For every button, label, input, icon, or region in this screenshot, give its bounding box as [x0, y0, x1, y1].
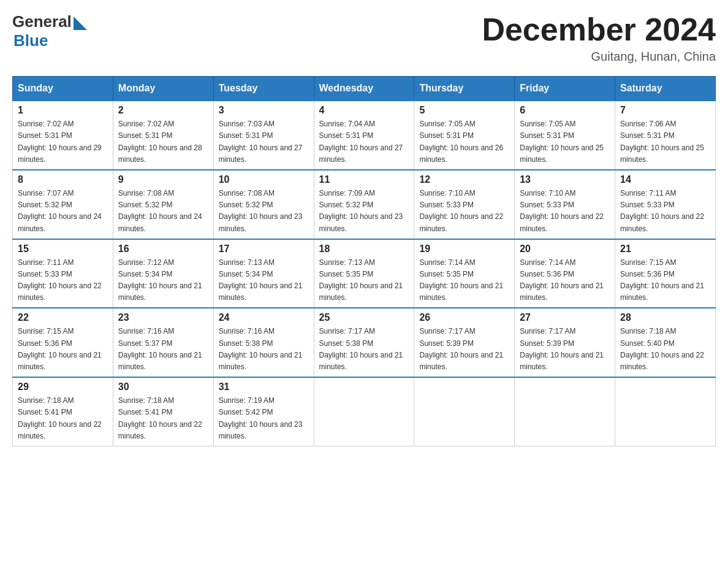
day-info: Sunrise: 7:07 AMSunset: 5:32 PMDaylight:…	[18, 188, 108, 235]
calendar-cell: 14Sunrise: 7:11 AMSunset: 5:33 PMDayligh…	[615, 170, 716, 239]
day-info: Sunrise: 7:13 AMSunset: 5:35 PMDaylight:…	[319, 257, 409, 304]
day-info: Sunrise: 7:14 AMSunset: 5:36 PMDaylight:…	[520, 257, 610, 304]
day-number: 6	[520, 105, 610, 116]
day-number: 4	[319, 105, 409, 116]
calendar-week-3: 15Sunrise: 7:11 AMSunset: 5:33 PMDayligh…	[13, 239, 716, 308]
day-info: Sunrise: 7:15 AMSunset: 5:36 PMDaylight:…	[620, 257, 710, 304]
day-number: 22	[18, 312, 108, 323]
day-number: 7	[620, 105, 710, 116]
logo-triangle-icon	[74, 17, 87, 30]
day-number: 27	[520, 312, 610, 323]
calendar-cell: 21Sunrise: 7:15 AMSunset: 5:36 PMDayligh…	[615, 239, 716, 308]
calendar-cell: 10Sunrise: 7:08 AMSunset: 5:32 PMDayligh…	[213, 170, 314, 239]
calendar-cell: 8Sunrise: 7:07 AMSunset: 5:32 PMDaylight…	[13, 170, 113, 239]
day-info: Sunrise: 7:03 AMSunset: 5:31 PMDaylight:…	[219, 118, 309, 166]
day-info: Sunrise: 7:13 AMSunset: 5:34 PMDaylight:…	[219, 257, 309, 304]
day-info: Sunrise: 7:08 AMSunset: 5:32 PMDaylight:…	[118, 188, 208, 235]
day-number: 13	[520, 174, 610, 185]
calendar-week-4: 22Sunrise: 7:15 AMSunset: 5:36 PMDayligh…	[13, 308, 716, 377]
calendar-cell: 6Sunrise: 7:05 AMSunset: 5:31 PMDaylight…	[515, 101, 615, 170]
day-header-saturday: Saturday	[615, 77, 716, 101]
day-number: 30	[118, 381, 208, 393]
day-number: 23	[118, 312, 208, 323]
calendar-cell: 19Sunrise: 7:14 AMSunset: 5:35 PMDayligh…	[414, 239, 515, 308]
calendar-cell: 29Sunrise: 7:18 AMSunset: 5:41 PMDayligh…	[13, 377, 113, 446]
day-info: Sunrise: 7:06 AMSunset: 5:31 PMDaylight:…	[620, 118, 710, 166]
month-title: December 2024	[482, 12, 716, 47]
day-info: Sunrise: 7:18 AMSunset: 5:40 PMDaylight:…	[620, 326, 710, 373]
day-number: 9	[118, 174, 208, 185]
calendar-cell: 30Sunrise: 7:18 AMSunset: 5:41 PMDayligh…	[113, 377, 213, 446]
calendar-cell: 1Sunrise: 7:02 AMSunset: 5:31 PMDaylight…	[13, 101, 113, 170]
day-info: Sunrise: 7:19 AMSunset: 5:42 PMDaylight:…	[219, 395, 309, 442]
calendar-cell: 7Sunrise: 7:06 AMSunset: 5:31 PMDaylight…	[615, 101, 716, 170]
calendar-cell: 20Sunrise: 7:14 AMSunset: 5:36 PMDayligh…	[515, 239, 615, 308]
calendar-cell: 18Sunrise: 7:13 AMSunset: 5:35 PMDayligh…	[314, 239, 414, 308]
day-info: Sunrise: 7:16 AMSunset: 5:38 PMDaylight:…	[219, 326, 309, 373]
logo-general-text: General	[12, 12, 72, 31]
calendar-cell: 28Sunrise: 7:18 AMSunset: 5:40 PMDayligh…	[615, 308, 716, 377]
day-info: Sunrise: 7:18 AMSunset: 5:41 PMDaylight:…	[18, 395, 108, 442]
day-info: Sunrise: 7:10 AMSunset: 5:33 PMDaylight:…	[520, 188, 610, 235]
day-number: 18	[319, 243, 409, 255]
day-info: Sunrise: 7:14 AMSunset: 5:35 PMDaylight:…	[419, 257, 509, 304]
calendar-cell: 16Sunrise: 7:12 AMSunset: 5:34 PMDayligh…	[113, 239, 213, 308]
day-info: Sunrise: 7:17 AMSunset: 5:39 PMDaylight:…	[419, 326, 509, 373]
calendar-cell: 11Sunrise: 7:09 AMSunset: 5:32 PMDayligh…	[314, 170, 414, 239]
day-info: Sunrise: 7:05 AMSunset: 5:31 PMDaylight:…	[419, 118, 509, 166]
day-info: Sunrise: 7:17 AMSunset: 5:39 PMDaylight:…	[520, 326, 610, 373]
day-info: Sunrise: 7:12 AMSunset: 5:34 PMDaylight:…	[118, 257, 208, 304]
day-number: 1	[18, 105, 108, 116]
calendar-cell: 15Sunrise: 7:11 AMSunset: 5:33 PMDayligh…	[13, 239, 113, 308]
day-number: 17	[219, 243, 309, 255]
day-number: 5	[419, 105, 509, 116]
calendar-cell	[414, 377, 515, 446]
day-header-tuesday: Tuesday	[213, 77, 314, 101]
location-subtitle: Guitang, Hunan, China	[482, 50, 716, 64]
day-info: Sunrise: 7:18 AMSunset: 5:41 PMDaylight:…	[118, 395, 208, 442]
day-number: 19	[419, 243, 509, 255]
calendar-cell: 26Sunrise: 7:17 AMSunset: 5:39 PMDayligh…	[414, 308, 515, 377]
day-info: Sunrise: 7:11 AMSunset: 5:33 PMDaylight:…	[620, 188, 710, 235]
calendar-cell	[515, 377, 615, 446]
logo: General Blue	[12, 12, 87, 50]
day-number: 20	[520, 243, 610, 255]
calendar-cell: 13Sunrise: 7:10 AMSunset: 5:33 PMDayligh…	[515, 170, 615, 239]
day-number: 2	[118, 105, 208, 116]
day-number: 24	[219, 312, 309, 323]
day-header-monday: Monday	[113, 77, 213, 101]
title-section: December 2024 Guitang, Hunan, China	[482, 12, 716, 64]
day-number: 10	[219, 174, 309, 185]
calendar-cell: 31Sunrise: 7:19 AMSunset: 5:42 PMDayligh…	[213, 377, 314, 446]
calendar-cell: 27Sunrise: 7:17 AMSunset: 5:39 PMDayligh…	[515, 308, 615, 377]
calendar-cell: 3Sunrise: 7:03 AMSunset: 5:31 PMDaylight…	[213, 101, 314, 170]
calendar-cell: 23Sunrise: 7:16 AMSunset: 5:37 PMDayligh…	[113, 308, 213, 377]
calendar-body: 1Sunrise: 7:02 AMSunset: 5:31 PMDaylight…	[13, 101, 716, 446]
day-number: 21	[620, 243, 710, 255]
day-number: 12	[419, 174, 509, 185]
day-number: 15	[18, 243, 108, 255]
calendar-cell: 2Sunrise: 7:02 AMSunset: 5:31 PMDaylight…	[113, 101, 213, 170]
calendar-cell: 25Sunrise: 7:17 AMSunset: 5:38 PMDayligh…	[314, 308, 414, 377]
logo-blue-text: Blue	[13, 31, 48, 50]
calendar-cell: 17Sunrise: 7:13 AMSunset: 5:34 PMDayligh…	[213, 239, 314, 308]
calendar-week-1: 1Sunrise: 7:02 AMSunset: 5:31 PMDaylight…	[13, 101, 716, 170]
day-number: 31	[219, 381, 309, 393]
day-info: Sunrise: 7:08 AMSunset: 5:32 PMDaylight:…	[219, 188, 309, 235]
day-info: Sunrise: 7:02 AMSunset: 5:31 PMDaylight:…	[18, 118, 108, 166]
day-number: 8	[18, 174, 108, 185]
day-number: 14	[620, 174, 710, 185]
day-info: Sunrise: 7:11 AMSunset: 5:33 PMDaylight:…	[18, 257, 108, 304]
day-header-thursday: Thursday	[414, 77, 515, 101]
page-header: General Blue December 2024 Guitang, Huna…	[12, 12, 716, 64]
calendar-week-5: 29Sunrise: 7:18 AMSunset: 5:41 PMDayligh…	[13, 377, 716, 446]
calendar-cell: 12Sunrise: 7:10 AMSunset: 5:33 PMDayligh…	[414, 170, 515, 239]
day-info: Sunrise: 7:05 AMSunset: 5:31 PMDaylight:…	[520, 118, 610, 166]
day-info: Sunrise: 7:16 AMSunset: 5:37 PMDaylight:…	[118, 326, 208, 373]
day-number: 28	[620, 312, 710, 323]
day-info: Sunrise: 7:02 AMSunset: 5:31 PMDaylight:…	[118, 118, 208, 166]
day-number: 25	[319, 312, 409, 323]
day-number: 3	[219, 105, 309, 116]
calendar-cell: 5Sunrise: 7:05 AMSunset: 5:31 PMDaylight…	[414, 101, 515, 170]
day-header-wednesday: Wednesday	[314, 77, 414, 101]
